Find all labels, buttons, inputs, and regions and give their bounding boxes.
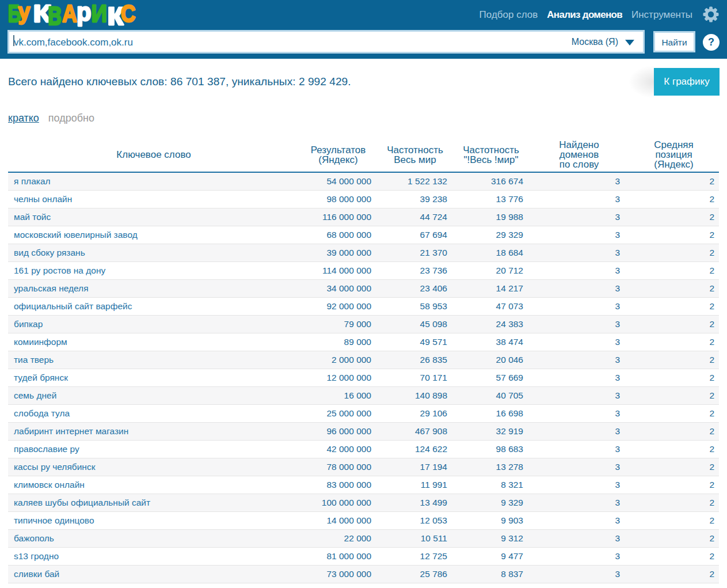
svg-text:у: у <box>18 0 31 25</box>
svg-text:в: в <box>48 0 62 30</box>
svg-text:С: С <box>121 0 136 27</box>
svg-text:И: И <box>92 0 108 27</box>
svg-text:р: р <box>77 0 92 26</box>
svg-text:А: А <box>62 0 77 27</box>
